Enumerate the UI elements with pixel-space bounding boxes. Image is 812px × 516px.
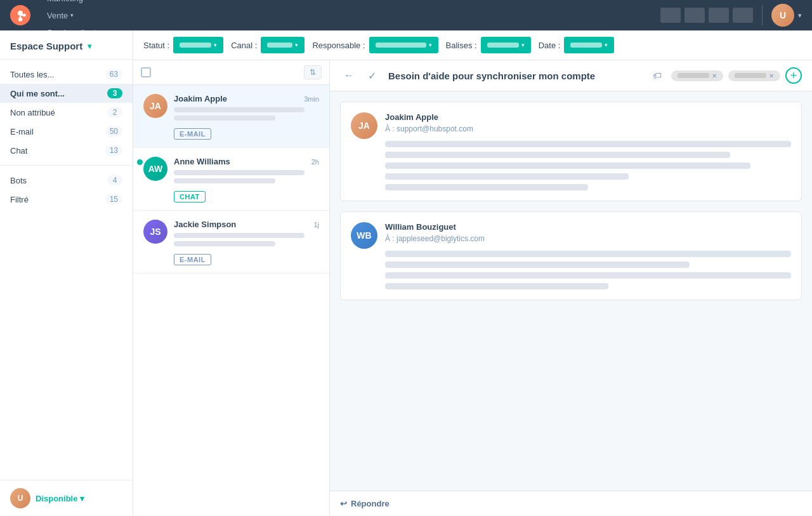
status-label: Disponible [36,494,77,503]
detail-header-left: ← ✓ [340,67,381,84]
conv-time-jackie: 1j [313,221,319,228]
sidebar-item-count-chat: 13 [105,145,122,155]
conv-badge-joakim: E-MAIL [174,128,211,140]
check-button[interactable]: ✓ [363,67,381,84]
conv-info-jackie: Jackie Simpson 1j E-MAIL [174,220,319,265]
message-inner-msg1: JA Joakim Apple À : support@hubspot.com [351,112,791,190]
msg-line-2 [385,162,750,169]
tag-chip-2[interactable]: ✕ [728,70,780,81]
sidebar-footer: U Disponible ▾ [0,480,133,516]
statut-filter: Statut : ▾ [143,37,223,53]
reply-button[interactable]: ↩ Répondre [340,499,390,508]
sidebar-item-assigned[interactable]: Qui me sont... 3 [0,84,133,103]
detail-header-right: 🏷 ✕ ✕ + [648,67,802,84]
tag-chip-2-close[interactable]: ✕ [769,72,774,79]
conversation-jackie[interactable]: JS Jackie Simpson 1j E-MAIL [133,211,329,274]
sidebar-item-count-filtered: 15 [105,194,122,204]
nav-divider [762,5,763,25]
msg-lines-msg2 [385,251,791,289]
conversation-anne[interactable]: AW Anne Williams 2h CHAT [133,148,329,211]
unread-dot-anne [137,159,143,165]
sort-button[interactable]: ⇅ [304,65,322,79]
sidebar-item-bots[interactable]: Bots 4 [0,171,133,190]
sidebar: Espace Support ▾ Toutes les... 63 Qui me… [0,30,133,516]
add-tag-button[interactable]: + [785,67,802,84]
balises-button[interactable]: ▾ [481,37,531,53]
msg-content-msg2: William Bouziguet À : jappleseed@biglyti… [385,222,791,289]
conv-time-joakim: 3min [304,95,319,103]
sidebar-item-unassigned[interactable]: Non attribué 2 [0,103,133,122]
canal-filter: Canal : ▾ [231,37,304,53]
sidebar-item-count-email: 50 [105,126,122,136]
responsable-label: Responsable : [312,41,365,50]
nav-item-marketing[interactable]: Marketing▾ [41,0,114,7]
reply-bar: ↩ Répondre [330,491,812,516]
conv-line-2 [174,178,275,183]
tag-chip-1-close[interactable]: ✕ [712,72,717,79]
sidebar-item-label-chat: Chat [10,146,105,155]
reply-icon: ↩ [340,499,347,508]
conv-name-anne: Anne Williams [174,157,230,166]
conv-lines-joakim [174,107,319,121]
message-inner-msg2: WB William Bouziguet À : jappleseed@bigl… [351,222,791,289]
conv-badge-anne: CHAT [174,191,206,202]
tag-icon[interactable]: 🏷 [648,67,666,84]
conv-avatar-anne: AW [143,157,167,181]
msg-avatar-msg2: WB [351,222,377,249]
hubspot-logo[interactable] [10,5,30,25]
nav-icon-1[interactable] [660,8,681,23]
balises-chevron: ▾ [521,42,525,48]
msg-line-3 [385,283,608,289]
nav-icon-2[interactable] [684,8,705,23]
select-all-checkbox[interactable] [141,67,151,77]
detail-header: ← ✓ Besoin d'aide pour synchroniser mon … [330,60,812,91]
detail-panel: ← ✓ Besoin d'aide pour synchroniser mon … [330,60,812,516]
sidebar-item-count-all: 63 [105,69,122,79]
availability-status[interactable]: Disponible ▾ [36,494,84,503]
conv-line-1 [174,233,304,238]
msg-content-msg1: Joakim Apple À : support@hubspot.com [385,112,791,190]
nav-item-vente[interactable]: Vente▾ [41,7,114,24]
sidebar-user-avatar[interactable]: U [10,488,30,508]
sidebar-items: Toutes les... 63 Qui me sont... 3 Non at… [0,60,133,480]
msg-sender-msg1: Joakim Apple [385,112,791,122]
messages-area: JA Joakim Apple À : support@hubspot.com … [330,91,812,491]
conversation-joakim[interactable]: JA Joakim Apple 3min E-MAIL [133,85,329,148]
sidebar-item-chat[interactable]: Chat 13 [0,141,133,160]
conv-line-2 [174,241,275,246]
sidebar-arrow[interactable]: ▾ [88,42,91,51]
sidebar-item-label-assigned: Qui me sont... [10,89,107,98]
detail-title: Besoin d'aide pour synchroniser mon comp… [388,70,641,81]
nav-icon-4[interactable] [733,8,753,23]
conv-lines-anne [174,170,319,183]
nav-icon-3[interactable] [709,8,729,23]
conv-name-jackie: Jackie Simpson [174,220,236,229]
sidebar-item-email[interactable]: E-mail 50 [0,122,133,141]
msg-lines-msg1 [385,141,791,190]
sidebar-item-all[interactable]: Toutes les... 63 [0,65,133,84]
app-body: Espace Support ▾ Toutes les... 63 Qui me… [0,30,812,516]
list-toolbar: ⇅ [133,60,329,85]
user-avatar[interactable]: U [771,4,794,27]
user-menu-arrow[interactable]: ▾ [798,11,802,20]
svg-rect-5 [22,15,25,16]
topnav-right: U ▾ [660,4,802,27]
canal-button[interactable]: ▾ [261,37,304,53]
nav-item-label-marketing: Marketing [47,0,83,3]
statut-label: Statut : [143,41,169,50]
balises-label: Balises : [446,41,477,50]
sidebar-item-filtered[interactable]: Filtré 15 [0,190,133,209]
date-button[interactable]: ▾ [564,37,614,53]
msg-line-2 [385,272,791,279]
responsable-button[interactable]: ▾ [369,37,438,53]
back-button[interactable]: ← [340,67,358,84]
statut-button[interactable]: ▾ [173,37,223,53]
top-navigation: Contacts▾Conversations▾Marketing▾Vente▾S… [0,0,812,30]
sidebar-divider [0,165,133,166]
sidebar-item-label-all: Toutes les... [10,70,105,79]
tag-chip-1[interactable]: ✕ [671,70,723,81]
status-arrow: ▾ [80,494,84,503]
sidebar-title: Espace Support [10,41,82,51]
conversation-list: ⇅ JA Joakim Apple 3min E-MAIL [133,60,330,516]
sidebar-header: Espace Support ▾ [0,30,133,60]
